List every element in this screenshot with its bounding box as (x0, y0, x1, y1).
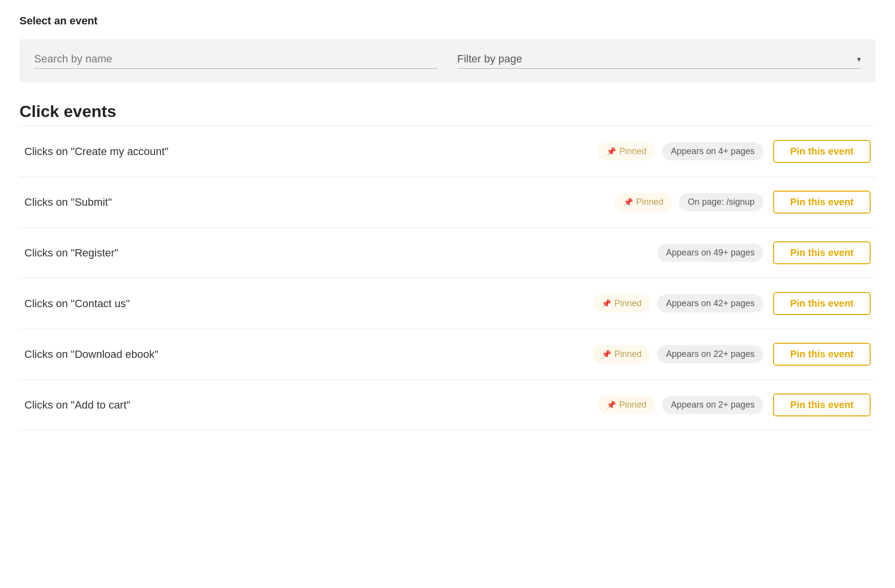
search-input-wrapper[interactable] (34, 53, 438, 69)
event-row: Clicks on "Add to cart"📌 PinnedAppears o… (19, 380, 876, 431)
pages-badge: Appears on 2+ pages (662, 396, 763, 414)
pinned-badge: 📌 Pinned (598, 396, 655, 414)
pin-icon: 📌 (606, 147, 616, 156)
filter-by-page-dropdown[interactable]: Filter by page ▾ (457, 53, 861, 69)
pages-badge: On page: /signup (679, 193, 763, 211)
event-row: Clicks on "Register"Appears on 49+ pages… (19, 228, 876, 278)
pin-icon: 📌 (602, 350, 611, 359)
event-badges: 📌 PinnedOn page: /signup (615, 193, 763, 211)
pages-badge: Appears on 49+ pages (657, 244, 763, 262)
filter-bar: Filter by page ▾ (19, 39, 876, 82)
pin-event-button[interactable]: Pin this event (773, 241, 871, 264)
pinned-badge: 📌 Pinned (615, 193, 672, 211)
event-badges: 📌 PinnedAppears on 42+ pages (593, 294, 763, 313)
event-row: Clicks on "Download ebook"📌 PinnedAppear… (19, 329, 876, 380)
pin-icon: 📌 (602, 299, 611, 308)
pin-event-button[interactable]: Pin this event (773, 140, 871, 163)
page-title: Select an event (19, 15, 876, 27)
pin-event-button[interactable]: Pin this event (773, 191, 871, 214)
event-name: Clicks on "Add to cart" (24, 399, 588, 412)
filter-dropdown-label: Filter by page (457, 53, 854, 65)
pin-icon: 📌 (623, 197, 633, 207)
event-name: Clicks on "Contact us" (24, 297, 583, 310)
section-title: Click events (19, 102, 876, 121)
events-list: Clicks on "Create my account"📌 PinnedApp… (19, 126, 876, 431)
chevron-down-icon: ▾ (857, 55, 861, 64)
pin-event-button[interactable]: Pin this event (773, 393, 871, 416)
pinned-badge: 📌 Pinned (598, 142, 655, 160)
pages-badge: Appears on 22+ pages (657, 345, 763, 363)
pin-event-button[interactable]: Pin this event (773, 343, 871, 366)
pages-badge: Appears on 42+ pages (657, 294, 763, 313)
event-name: Clicks on "Register" (24, 247, 647, 259)
event-badges: 📌 PinnedAppears on 2+ pages (598, 396, 763, 414)
event-badges: 📌 PinnedAppears on 4+ pages (598, 142, 763, 160)
event-row: Clicks on "Contact us"📌 PinnedAppears on… (19, 278, 876, 329)
event-badges: Appears on 49+ pages (657, 244, 763, 262)
page-wrapper: Select an event Filter by page ▾ Click e… (0, 0, 895, 445)
event-row: Clicks on "Submit"📌 PinnedOn page: /sign… (19, 177, 876, 228)
pinned-badge: 📌 Pinned (593, 345, 650, 363)
pin-event-button[interactable]: Pin this event (773, 292, 871, 315)
event-row: Clicks on "Create my account"📌 PinnedApp… (19, 126, 876, 177)
event-name: Clicks on "Submit" (24, 196, 605, 209)
search-input[interactable] (34, 53, 438, 65)
event-name: Clicks on "Create my account" (24, 145, 588, 158)
pages-badge: Appears on 4+ pages (662, 142, 763, 160)
event-name: Clicks on "Download ebook" (24, 348, 583, 361)
pin-icon: 📌 (606, 400, 616, 410)
pinned-badge: 📌 Pinned (593, 294, 650, 313)
event-badges: 📌 PinnedAppears on 22+ pages (593, 345, 763, 363)
